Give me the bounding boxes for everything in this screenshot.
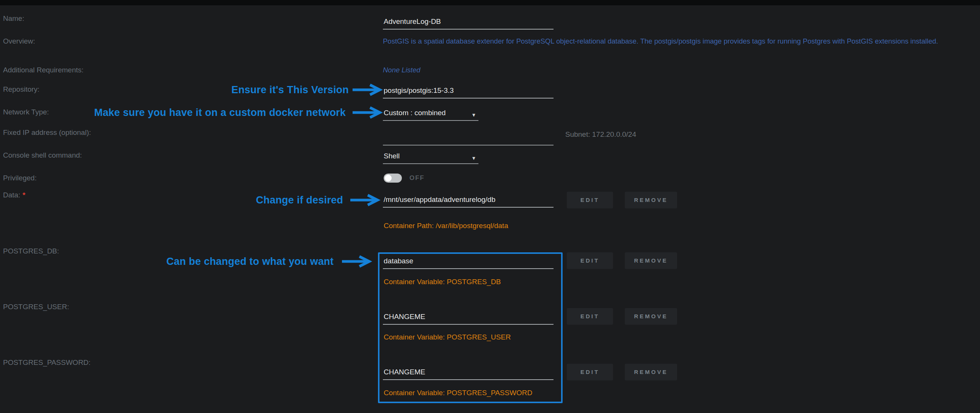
postgres-db-input[interactable]: database	[383, 256, 554, 269]
annotation-repository: Ensure it's This Version	[83, 83, 349, 96]
data-label: Data:*	[3, 191, 25, 200]
postgres-password-edit-button[interactable]: EDIT	[567, 364, 613, 380]
network-type-value: Custom : combined	[383, 109, 446, 117]
annotation-arrow	[352, 106, 387, 119]
network-type-select[interactable]: Custom : combined ▼	[383, 108, 479, 121]
postgres-password-container-variable: Container Variable: POSTGRES_PASSWORD	[383, 388, 532, 397]
subnet-note: Subnet: 172.20.0.0/24	[565, 130, 636, 139]
data-remove-button[interactable]: REMOVE	[625, 192, 677, 208]
annotation-env-vars: Can be changed to what you want	[68, 255, 334, 268]
annotation-data: Change if desired	[78, 194, 343, 206]
privileged-label: Privileged:	[3, 173, 37, 183]
docker-template-settings-page: Name: Overview: Additional Requirements:…	[0, 0, 980, 413]
repository-label: Repository:	[3, 85, 40, 94]
privileged-state-label: OFF	[409, 173, 425, 183]
postgres-db-label: POSTGRES_DB:	[3, 247, 59, 256]
fixed-ip-label: Fixed IP address (optional):	[3, 128, 91, 137]
postgres-user-input[interactable]: CHANGEME	[383, 312, 554, 325]
console-shell-select[interactable]: Shell ▼	[383, 151, 479, 164]
console-shell-value: Shell	[383, 152, 399, 160]
fixed-ip-input[interactable]	[383, 133, 554, 146]
annotation-arrow	[352, 83, 387, 96]
postgres-user-remove-button[interactable]: REMOVE	[625, 308, 677, 325]
postgres-db-remove-button[interactable]: REMOVE	[625, 253, 677, 269]
overview-text: PostGIS is a spatial database extender f…	[383, 37, 938, 46]
dropdown-arrow-icon: ▼	[471, 110, 476, 120]
postgres-password-input[interactable]: CHANGEME	[383, 367, 554, 380]
top-divider	[0, 0, 980, 5]
annotation-arrow	[350, 194, 384, 206]
network-type-label: Network Type:	[3, 108, 49, 117]
toggle-knob	[385, 175, 391, 181]
data-container-path: Container Path: /var/lib/postgresql/data	[383, 221, 508, 230]
postgres-user-container-variable: Container Variable: POSTGRES_USER	[383, 333, 511, 342]
postgres-db-container-variable: Container Variable: POSTGRES_DB	[383, 277, 501, 286]
dropdown-arrow-icon: ▼	[471, 154, 476, 163]
additional-requirements-label: Additional Requirements:	[3, 65, 83, 75]
data-path-input[interactable]: /mnt/user/appdata/adventurelog/db	[383, 195, 554, 208]
annotation-network: Make sure you have it on a custom docker…	[80, 106, 346, 119]
name-label: Name:	[3, 14, 24, 23]
overview-label: Overview:	[3, 37, 35, 46]
privileged-toggle[interactable]	[383, 173, 402, 183]
data-label-text: Data:	[3, 191, 20, 199]
repository-input[interactable]: postgis/postgis:15-3.3	[383, 86, 554, 98]
annotation-arrow	[341, 255, 376, 268]
name-input[interactable]: AdventureLog-DB	[383, 17, 554, 30]
console-shell-label: Console shell command:	[3, 151, 82, 160]
additional-requirements-value: None Listed	[383, 65, 420, 75]
postgres-db-edit-button[interactable]: EDIT	[567, 253, 613, 269]
required-asterisk: *	[22, 191, 25, 199]
postgres-user-label: POSTGRES_USER:	[3, 302, 69, 311]
highlight-box	[378, 253, 563, 403]
postgres-password-remove-button[interactable]: REMOVE	[625, 364, 677, 380]
postgres-user-edit-button[interactable]: EDIT	[567, 308, 613, 325]
postgres-password-label: POSTGRES_PASSWORD:	[3, 358, 91, 367]
data-edit-button[interactable]: EDIT	[567, 192, 613, 208]
